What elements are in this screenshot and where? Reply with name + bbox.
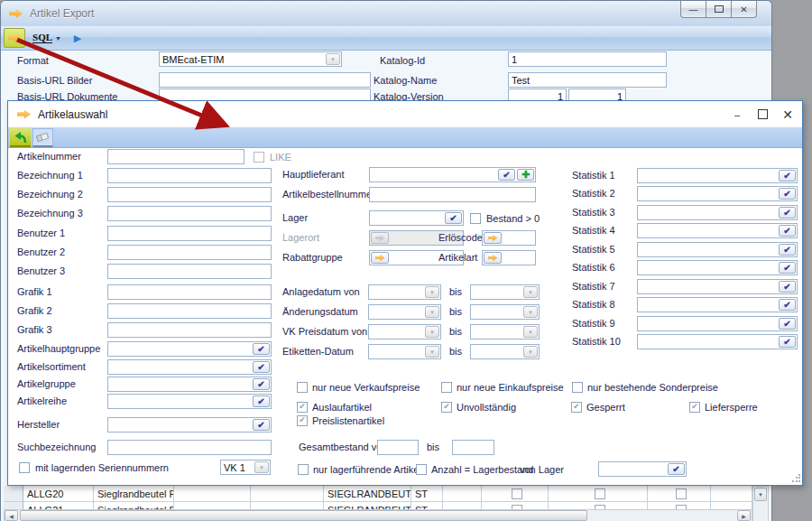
nur-neue-einkaufspreise-checkbox[interactable]	[441, 382, 452, 393]
scroll-down-button[interactable]: ▼	[754, 488, 767, 501]
date-dropdown-icon[interactable]: ▼	[425, 326, 439, 338]
statistik-2-select-button[interactable]: ✔	[779, 188, 796, 200]
grafik-1-field[interactable]	[107, 284, 272, 300]
hauptlieferant-select-button[interactable]: ✔	[498, 169, 515, 181]
von-lager-field[interactable]: ✔	[598, 461, 687, 477]
export-titlebar[interactable]: Artikel Export — ✕	[1, 1, 771, 26]
grafik-3-input[interactable]	[108, 324, 271, 336]
date-dropdown-icon[interactable]: ▼	[425, 346, 439, 358]
table-cell-einheit[interactable]: ST	[411, 486, 443, 502]
statistik-3-field[interactable]: ✔	[637, 205, 798, 220]
preislistenartikel-checkbox[interactable]	[297, 415, 308, 426]
date-dropdown-icon[interactable]: ▼	[523, 286, 538, 298]
erloescode-field[interactable]	[482, 230, 536, 246]
close-button[interactable]: ✕	[731, 1, 757, 18]
minimize-button[interactable]: —	[680, 1, 706, 18]
sql-dropdown-button[interactable]: SQL ▼	[28, 28, 66, 48]
vk-preisdatum-bis-field[interactable]: ▼	[470, 324, 540, 340]
gesamtbestand-bis-input[interactable]	[453, 442, 494, 453]
artikelsortiment-input[interactable]	[108, 361, 252, 373]
scroll-left-button[interactable]: ◀	[5, 510, 18, 521]
vk-preisdatum-bis-input[interactable]	[471, 326, 523, 338]
dialog-minimize-button[interactable]: –	[724, 101, 750, 127]
open-artikelauswahl-button[interactable]	[4, 28, 25, 48]
artikelhauptgruppe-input[interactable]	[108, 343, 252, 355]
statistik-6-select-button[interactable]: ✔	[779, 262, 796, 274]
bezeichnung-2-field[interactable]	[107, 187, 272, 202]
etiketten-datum-bis-input[interactable]	[471, 346, 523, 358]
row-checkbox[interactable]	[676, 488, 687, 499]
statistik-9-field[interactable]: ✔	[637, 316, 798, 331]
grafik-3-field[interactable]	[107, 322, 272, 338]
artikelbestellnummer-input[interactable]	[370, 189, 535, 200]
benutzer-3-input[interactable]	[108, 265, 271, 277]
statistik-6-field[interactable]: ✔	[637, 260, 798, 275]
dialog-close-button[interactable]: ✕	[775, 101, 800, 127]
lager-field[interactable]: ✔	[369, 210, 464, 226]
statistik-8-select-button[interactable]: ✔	[779, 299, 796, 311]
artikelgruppe-input[interactable]	[108, 378, 252, 390]
lager-input[interactable]	[370, 212, 444, 224]
von-lager-select-button[interactable]: ✔	[668, 463, 685, 475]
artikelart-field[interactable]	[482, 250, 536, 265]
statistik-10-input[interactable]	[638, 336, 778, 348]
bestand-checkbox[interactable]	[470, 213, 481, 224]
statistik-8-field[interactable]: ✔	[637, 297, 798, 312]
date-dropdown-icon[interactable]: ▼	[523, 346, 538, 358]
statistik-7-input[interactable]	[638, 281, 778, 293]
bezeichnung-3-input[interactable]	[108, 208, 271, 219]
artikelsortiment-select-button[interactable]: ✔	[253, 361, 270, 373]
katalog-name-field[interactable]	[508, 72, 667, 88]
statistik-4-select-button[interactable]: ✔	[779, 225, 796, 237]
date-dropdown-icon[interactable]: ▼	[523, 306, 538, 318]
benutzer-1-field[interactable]	[107, 226, 272, 241]
like-checkbox[interactable]	[254, 152, 264, 163]
gesamtbestand-von-field[interactable]	[377, 440, 419, 455]
artikelsortiment-field[interactable]: ✔	[107, 359, 272, 375]
artikelbestellnummer-field[interactable]	[369, 187, 536, 202]
artikelnummer-input[interactable]	[108, 151, 244, 163]
vk-preisdatum-von-input[interactable]	[369, 326, 425, 338]
gesamtbestand-von-input[interactable]	[378, 442, 418, 453]
statistik-1-field[interactable]: ✔	[637, 168, 798, 183]
resize-grip[interactable]	[791, 474, 800, 483]
anzahl-lagerbestand-checkbox[interactable]	[416, 464, 427, 475]
anlagedatum-von-input[interactable]	[369, 286, 425, 298]
statistik-3-select-button[interactable]: ✔	[779, 207, 796, 219]
statistik-10-select-button[interactable]: ✔	[779, 336, 796, 348]
aenderungsdatum-von-input[interactable]	[369, 306, 425, 318]
grafik-2-field[interactable]	[107, 303, 272, 319]
table-cell-suchbegriff[interactable]: SIEGLRANDBEUTEL	[324, 486, 411, 502]
katalog-id-field[interactable]	[508, 51, 667, 67]
artikelart-input[interactable]	[503, 252, 535, 264]
artikelhauptgruppe-field[interactable]: ✔	[107, 341, 272, 357]
statistik-5-field[interactable]: ✔	[637, 242, 798, 257]
erloescode-lookup-button[interactable]	[484, 232, 502, 244]
date-dropdown-icon[interactable]: ▼	[523, 326, 538, 338]
benutzer-2-input[interactable]	[108, 247, 271, 258]
statistik-7-field[interactable]: ✔	[637, 279, 798, 294]
katalog-id-input[interactable]	[509, 53, 666, 65]
lager-select-button[interactable]: ✔	[445, 212, 462, 224]
hersteller-field[interactable]: ✔	[107, 417, 272, 433]
rabattgruppe-lookup-button[interactable]	[371, 252, 389, 264]
liefersperre-checkbox[interactable]	[689, 402, 700, 413]
suchbezeichnung-field[interactable]	[107, 440, 272, 455]
execute-selection-button[interactable]	[10, 128, 31, 147]
artikelgruppe-field[interactable]: ✔	[107, 377, 272, 392]
von-lager-input[interactable]	[599, 463, 667, 475]
horizontal-scrollbar-thumb[interactable]	[20, 510, 587, 521]
statistik-1-select-button[interactable]: ✔	[779, 170, 796, 181]
statistik-4-input[interactable]	[638, 225, 778, 237]
table-cell-empty[interactable]	[443, 486, 482, 502]
run-export-button[interactable]: ▶	[68, 28, 88, 48]
scroll-right-button[interactable]: ▶	[737, 510, 751, 521]
hersteller-input[interactable]	[108, 419, 252, 431]
artikelhauptgruppe-select-button[interactable]: ✔	[253, 343, 270, 355]
table-cell-empty[interactable]	[711, 486, 752, 502]
table-cell-checkbox[interactable]	[648, 486, 711, 502]
statistik-9-input[interactable]	[638, 318, 778, 330]
table-cell-checkbox[interactable]	[549, 486, 648, 502]
artikelgruppe-select-button[interactable]: ✔	[253, 378, 270, 390]
date-dropdown-icon[interactable]: ▼	[425, 286, 439, 298]
